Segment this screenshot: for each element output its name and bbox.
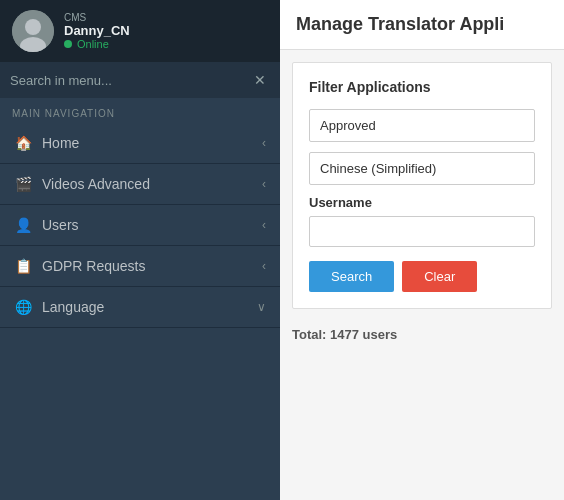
- status-text: Online: [77, 38, 109, 50]
- search-input[interactable]: [10, 73, 250, 88]
- main-content: Manage Translator Appli Filter Applicati…: [280, 0, 564, 500]
- status-dot-icon: [64, 40, 72, 48]
- online-status: Online: [64, 38, 130, 50]
- sidebar: CMS Danny_CN Online ✕ MAIN NAVIGATION 🏠 …: [0, 0, 280, 500]
- total-bar: Total: 1477 users: [280, 321, 564, 348]
- svg-point-1: [25, 19, 41, 35]
- gdpr-icon: 📋: [14, 258, 32, 274]
- username-label: Danny_CN: [64, 23, 130, 38]
- sidebar-item-gdpr-requests[interactable]: 📋 GDPR Requests ‹: [0, 246, 280, 287]
- sidebar-item-label: Home: [42, 135, 79, 151]
- username-input[interactable]: [309, 216, 535, 247]
- users-icon: 👤: [14, 217, 32, 233]
- chevron-left-icon: ‹: [262, 177, 266, 191]
- total-label: Total:: [292, 327, 326, 342]
- filter-section: Filter Applications Approved Pending Rej…: [292, 62, 552, 309]
- cms-label: CMS: [64, 12, 130, 23]
- search-button[interactable]: Search: [309, 261, 394, 292]
- home-icon: 🏠: [14, 135, 32, 151]
- search-container: ✕: [0, 62, 280, 98]
- sidebar-item-label: Videos Advanced: [42, 176, 150, 192]
- sidebar-item-label: Language: [42, 299, 104, 315]
- chevron-left-icon: ‹: [262, 218, 266, 232]
- total-count: 1477: [330, 327, 359, 342]
- status-select[interactable]: Approved Pending Rejected: [309, 109, 535, 142]
- filter-buttons: Search Clear: [309, 261, 535, 292]
- sidebar-item-language[interactable]: 🌐 Language ∨: [0, 287, 280, 328]
- language-icon: 🌐: [14, 299, 32, 315]
- sidebar-item-users[interactable]: 👤 Users ‹: [0, 205, 280, 246]
- nav-section-label: MAIN NAVIGATION: [0, 98, 280, 123]
- clear-button[interactable]: Clear: [402, 261, 477, 292]
- sidebar-item-label: Users: [42, 217, 79, 233]
- sidebar-header: CMS Danny_CN Online: [0, 0, 280, 62]
- user-info: CMS Danny_CN Online: [64, 12, 130, 50]
- filter-title: Filter Applications: [309, 79, 535, 95]
- page-title: Manage Translator Appli: [280, 0, 564, 50]
- sidebar-item-label: GDPR Requests: [42, 258, 145, 274]
- chevron-left-icon: ‹: [262, 259, 266, 273]
- videos-icon: 🎬: [14, 176, 32, 192]
- language-select[interactable]: Chinese (Simplified) English French: [309, 152, 535, 185]
- clear-search-button[interactable]: ✕: [250, 70, 270, 90]
- chevron-left-icon: ‹: [262, 136, 266, 150]
- avatar: [12, 10, 54, 52]
- chevron-down-icon: ∨: [257, 300, 266, 314]
- sidebar-item-home[interactable]: 🏠 Home ‹: [0, 123, 280, 164]
- username-label: Username: [309, 195, 535, 210]
- total-suffix: users: [363, 327, 398, 342]
- sidebar-item-videos-advanced[interactable]: 🎬 Videos Advanced ‹: [0, 164, 280, 205]
